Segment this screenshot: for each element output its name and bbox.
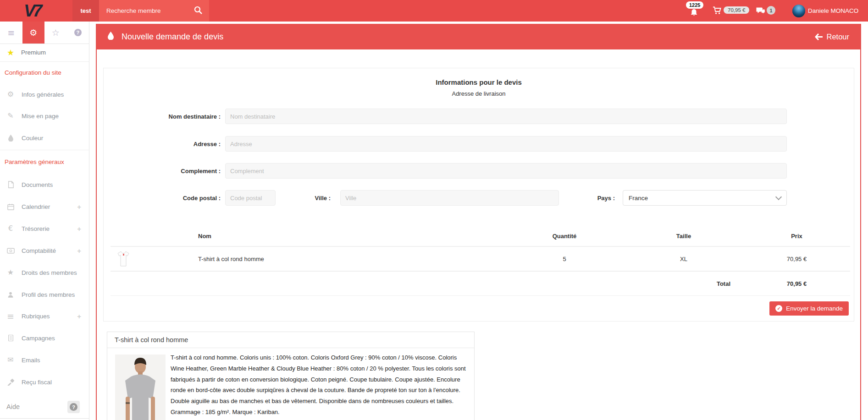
- tab-favorites[interactable]: ☆: [44, 22, 67, 44]
- calendar-icon: [6, 203, 15, 210]
- sidebar-item-infos-generales[interactable]: ⚙ Infos générales: [0, 88, 89, 100]
- total-row: Total 70,95 €: [111, 272, 850, 296]
- sidebar-item-premium[interactable]: ★ Premium: [0, 44, 89, 62]
- sidebar-item-droits-membres[interactable]: ★ Droits des membres: [0, 267, 89, 278]
- search-icon[interactable]: [194, 5, 203, 16]
- nom-destinataire-input[interactable]: [225, 109, 787, 124]
- gavel-icon: [6, 379, 15, 386]
- form-subheading: Adresse de livraison: [104, 90, 854, 97]
- top-bar: V7 test 1225 70,95 € 1 Daniele MO: [0, 0, 868, 22]
- sidebar-item-label: Calendrier: [22, 203, 50, 210]
- product-photo: [115, 355, 166, 420]
- help-icon: ?: [74, 29, 82, 36]
- expand-plus-icon: +: [77, 312, 81, 320]
- section-title-configuration: Configuration du site: [5, 69, 61, 76]
- complement-label: Complement :: [111, 168, 221, 175]
- sidebar-item-documents[interactable]: Documents: [0, 179, 89, 191]
- sidebar-item-emails[interactable]: ✉ Emails: [0, 354, 89, 366]
- cart-icon[interactable]: [713, 6, 722, 16]
- sidebar-item-comptabilite[interactable]: Comptabilité +: [0, 245, 89, 256]
- droplet-icon: [6, 135, 15, 142]
- page-title: Nouvelle demande de devis: [122, 32, 223, 42]
- pays-selected-value: France: [629, 195, 648, 202]
- section-title-parametres: Paramètres géneraux: [5, 158, 64, 165]
- form-heading: Informations pour le devis: [104, 78, 854, 86]
- envelope-icon: ✉: [6, 356, 15, 364]
- arrow-left-icon: [815, 33, 823, 40]
- expand-plus-icon: +: [77, 247, 81, 255]
- tab-settings[interactable]: ⚙: [22, 22, 45, 44]
- page-header: Nouvelle demande de devis Retour: [97, 24, 860, 49]
- sidebar-item-mise-en-page[interactable]: ✎ Mise en page: [0, 110, 89, 122]
- sidebar-item-recu-fiscal[interactable]: Reçu fiscal: [0, 376, 89, 388]
- euro-icon: €: [6, 225, 15, 232]
- content-panel: Nouvelle demande de devis Retour Informa…: [96, 24, 861, 420]
- col-header-quantite: Quantité: [505, 233, 624, 240]
- expand-plus-icon: +: [77, 225, 81, 233]
- premium-star-icon: ★: [6, 49, 15, 57]
- sidebar-item-campagnes[interactable]: Campagnes: [0, 332, 89, 344]
- sidebar-item-couleur[interactable]: Couleur: [0, 132, 89, 144]
- sidebar-item-profil-membres[interactable]: Profil des membres: [0, 289, 89, 300]
- question-icon: ?: [70, 403, 77, 411]
- star-icon: ☆: [52, 28, 60, 37]
- sidebar: ≡ ⚙ ☆ ? ★ Premium Configuration du site …: [0, 22, 89, 420]
- member-search: [99, 0, 209, 22]
- sidebar-item-label: Mise en page: [22, 113, 59, 120]
- items-table: Nom Quantité Taille Prix T-shirt à col r…: [111, 226, 850, 296]
- tshirt-thumbnail: [117, 251, 129, 267]
- total-value: 70,95 €: [743, 280, 850, 287]
- send-request-label: Envoyer la demande: [786, 305, 843, 312]
- sidebar-item-label: Comptabilité: [22, 247, 56, 254]
- sidebar-bottom-divider: [0, 418, 89, 419]
- bell-icon[interactable]: [690, 9, 698, 18]
- back-button[interactable]: Retour: [815, 33, 849, 41]
- sidebar-item-label: Trésorerie: [22, 225, 50, 232]
- gear-icon: ⚙: [29, 28, 37, 37]
- send-request-button[interactable]: ✓ Envoyer la demande: [769, 301, 849, 316]
- sidebar-item-tresorerie[interactable]: € Trésorerie +: [0, 223, 89, 235]
- row-name: T-shirt à col rond homme: [195, 256, 505, 262]
- sidebar-item-calendrier[interactable]: Calendrier +: [0, 201, 89, 213]
- tab-menu[interactable]: ≡: [0, 22, 22, 44]
- list-icon: ≡: [6, 312, 15, 321]
- notifications-badge: 1225: [686, 1, 703, 9]
- user-avatar[interactable]: [792, 5, 805, 17]
- row-quantity: 5: [505, 256, 624, 262]
- tab-help[interactable]: ?: [67, 22, 89, 44]
- adresse-input[interactable]: [225, 136, 787, 152]
- product-title: T-shirt à col rond homme: [107, 332, 474, 348]
- sidebar-item-label: Campagnes: [22, 335, 55, 342]
- row-price: 70,95 €: [743, 256, 850, 262]
- sidebar-item-rubriques[interactable]: ≡ Rubriques +: [0, 310, 89, 322]
- sidebar-divider: [0, 150, 89, 150]
- brush-icon: ✎: [6, 112, 15, 120]
- site-tab[interactable]: test: [72, 0, 99, 22]
- pays-select[interactable]: France: [623, 190, 787, 206]
- row-size: XL: [624, 256, 743, 262]
- search-input[interactable]: [105, 7, 194, 15]
- sidebar-item-label: Documents: [22, 181, 53, 188]
- gear-icon: ⚙: [6, 91, 15, 98]
- help-badge[interactable]: ?: [67, 401, 80, 413]
- messages-icon[interactable]: [756, 7, 765, 16]
- sidebar-item-label: Couleur: [22, 135, 43, 142]
- sidebar-item-label: Emails: [22, 357, 40, 364]
- table-header: Nom Quantité Taille Prix: [111, 226, 850, 247]
- document-lines-icon: [6, 334, 15, 342]
- user-name[interactable]: Daniele MONACO: [808, 7, 858, 14]
- banknote-icon: [6, 248, 15, 254]
- menu-icon: ≡: [7, 28, 15, 37]
- ville-label: Ville :: [276, 195, 331, 202]
- code-postal-input[interactable]: [225, 190, 276, 206]
- sidebar-item-aide[interactable]: Aide ?: [0, 400, 89, 413]
- messages-badge: 1: [767, 6, 775, 15]
- table-row: T-shirt à col rond homme 5 XL 70,95 €: [111, 247, 850, 272]
- check-circle-icon: ✓: [775, 305, 782, 312]
- pays-label: Pays :: [560, 195, 615, 202]
- aide-label: Aide: [6, 403, 20, 410]
- sidebar-item-label: Profil des membres: [22, 291, 75, 298]
- complement-input[interactable]: [225, 163, 787, 179]
- droplet-icon: [108, 32, 114, 42]
- ville-input[interactable]: [340, 190, 559, 206]
